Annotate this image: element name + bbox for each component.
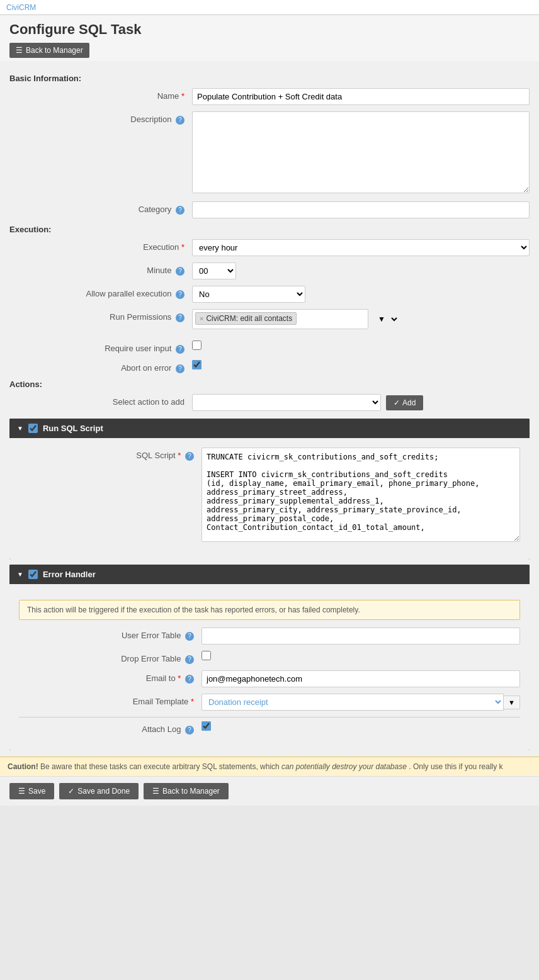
name-control [192, 88, 530, 105]
caution-bold: Caution! [8, 762, 38, 771]
user-error-table-input[interactable] [201, 628, 520, 645]
select-action-control: ✓ Add [192, 394, 530, 411]
minute-label: Minute ? [9, 262, 192, 276]
email-template-control: Donation receipt ▼ [201, 694, 520, 711]
abort-error-checkbox-row [192, 360, 530, 369]
back-to-manager-top-button[interactable]: ☰ Back to Manager [9, 43, 89, 58]
parallel-help-icon[interactable]: ? [176, 290, 184, 299]
run-permissions-help-icon[interactable]: ? [176, 313, 184, 322]
sql-script-row: SQL Script * ? TRUNCATE civicrm_sk_contr… [19, 448, 520, 544]
run-sql-arrow-icon: ▼ [17, 425, 23, 432]
save-done-check-icon: ✓ [68, 787, 74, 796]
require-input-checkbox[interactable] [192, 341, 201, 350]
run-permissions-control: × CiviCRM: edit all contacts ▼ [192, 309, 530, 329]
run-sql-body: SQL Script * ? TRUNCATE civicrm_sk_contr… [9, 438, 530, 560]
email-template-wrapper: Donation receipt ▼ [201, 694, 520, 711]
sql-script-control: TRUNCATE civicrm_sk_contributions_and_so… [201, 448, 520, 544]
parallel-label: Allow parallel execution ? [9, 286, 192, 299]
caution-bar: Caution! Be aware that these tasks can e… [0, 757, 539, 776]
attach-log-control [201, 721, 520, 731]
error-handler-body: This action will be triggered if the exe… [9, 584, 530, 750]
error-handler-header: ▼ Error Handler [9, 565, 530, 584]
run-sql-header: ▼ Run SQL Script [9, 419, 530, 438]
run-permissions-dropdown[interactable]: ▼ [372, 312, 399, 327]
run-permissions-row: Run Permissions ? × CiviCRM: edit all co… [9, 309, 530, 329]
attach-log-help-icon[interactable]: ? [185, 726, 194, 735]
error-handler-enabled-checkbox[interactable] [28, 570, 38, 579]
back-to-manager-bottom-button[interactable]: ☰ Back to Manager [144, 783, 229, 799]
description-help-icon[interactable]: ? [176, 116, 184, 125]
drop-error-table-control [201, 651, 520, 660]
sql-script-textarea[interactable]: TRUNCATE civicrm_sk_contributions_and_so… [201, 448, 520, 542]
select-action-inner-row: ✓ Add [192, 394, 530, 411]
require-input-help-icon[interactable]: ? [176, 345, 184, 354]
basic-info-section-title: Basic Information: [9, 74, 530, 83]
attach-log-checkbox[interactable] [201, 721, 211, 731]
back-list-icon: ☰ [152, 787, 159, 796]
attach-log-row: Attach Log ? [19, 721, 520, 735]
minute-select[interactable]: 00 15 30 45 [192, 262, 236, 279]
drop-error-table-help-icon[interactable]: ? [185, 655, 194, 664]
check-icon-add: ✓ [394, 398, 400, 407]
parallel-select[interactable]: No Yes [192, 286, 305, 303]
email-template-arrow-button[interactable]: ▼ [504, 696, 520, 709]
top-bar: CiviCRM [0, 0, 539, 15]
permission-tag: × CiviCRM: edit all contacts [195, 312, 297, 325]
minute-row: Minute ? 00 15 30 45 [9, 262, 530, 279]
email-to-control [201, 670, 520, 687]
category-input[interactable] [192, 201, 530, 218]
require-input-control [192, 341, 530, 350]
execution-label: Execution * [9, 239, 192, 252]
run-permissions-wrapper: × CiviCRM: edit all contacts ▼ [192, 309, 530, 329]
category-help-icon[interactable]: ? [176, 206, 184, 215]
actions-section-title: Actions: [9, 380, 530, 389]
error-handler-block: ▼ Error Handler This action will be trig… [9, 565, 530, 750]
abort-error-control [192, 360, 530, 369]
save-and-done-label: Save and Done [77, 787, 130, 796]
email-template-row: Email Template * Donation receipt ▼ [19, 694, 520, 711]
permission-remove-icon[interactable]: × [200, 315, 203, 322]
bottom-buttons: ☰ Save ✓ Save and Done ☰ Back to Manager [0, 776, 539, 806]
execution-select[interactable]: every hour every day every week every mo… [192, 239, 530, 256]
name-label: Name * [9, 88, 192, 101]
description-row: Description ? [9, 111, 530, 195]
brand-link[interactable]: CiviCRM [6, 3, 36, 12]
email-to-help-icon[interactable]: ? [185, 675, 194, 684]
abort-error-checkbox[interactable] [192, 360, 201, 369]
add-button-label: Add [402, 398, 416, 407]
caution-italic: can potentially destroy your database [281, 762, 407, 771]
page-title: Configure SQL Task [9, 21, 530, 38]
caution-text-end: . Only use this if you really k [409, 762, 502, 771]
execution-section-title: Execution: [9, 225, 530, 234]
abort-error-help-icon[interactable]: ? [176, 364, 184, 373]
user-error-table-help-icon[interactable]: ? [185, 632, 194, 641]
sql-script-help-icon[interactable]: ? [185, 452, 194, 461]
name-row: Name * [9, 88, 530, 105]
minute-help-icon[interactable]: ? [176, 267, 184, 276]
select-action-dropdown[interactable] [192, 394, 381, 411]
add-action-button[interactable]: ✓ Add [386, 395, 423, 410]
require-input-label: Require user input ? [9, 341, 192, 354]
user-error-table-row: User Error Table ? [19, 628, 520, 645]
select-action-label: Select action to add [9, 394, 192, 407]
save-button[interactable]: ☰ Save [9, 783, 54, 799]
execution-control: every hour every day every week every mo… [192, 239, 530, 256]
category-row: Category ? [9, 201, 530, 218]
error-handler-title: Error Handler [43, 570, 96, 579]
run-sql-enabled-checkbox[interactable] [28, 424, 38, 433]
abort-error-row: Abort on error ? [9, 360, 530, 373]
attach-log-label: Attach Log ? [19, 721, 201, 735]
save-and-done-button[interactable]: ✓ Save and Done [59, 783, 139, 799]
email-to-input[interactable] [201, 670, 520, 687]
email-to-label: Email to * ? [19, 670, 201, 684]
category-label: Category ? [9, 201, 192, 215]
name-input[interactable] [192, 88, 530, 105]
email-template-label: Email Template * [19, 694, 201, 706]
description-textarea[interactable] [192, 111, 530, 193]
main-content: Basic Information: Name * Description ? … [0, 61, 539, 757]
save-label: Save [28, 787, 45, 796]
require-input-checkbox-row [192, 341, 530, 350]
email-template-select[interactable]: Donation receipt [201, 694, 504, 711]
drop-error-table-checkbox[interactable] [201, 651, 211, 660]
run-sql-title: Run SQL Script [43, 424, 103, 433]
